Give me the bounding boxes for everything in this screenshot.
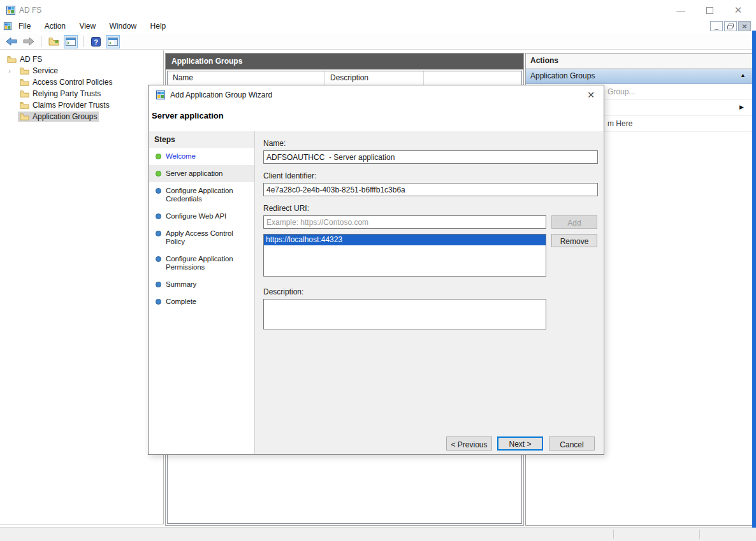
step-configure-application-credentials: Configure Application Credentials	[149, 182, 254, 208]
wizard-step-heading: Server application	[152, 111, 224, 120]
add-application-group-wizard-dialog: Add Application Group Wizard ✕ Server ap…	[148, 85, 604, 455]
client-identifier-input[interactable]	[263, 183, 598, 196]
status-bar-divider	[699, 530, 700, 539]
close-icon: ✕	[587, 90, 595, 100]
menu-view[interactable]: View	[73, 20, 101, 32]
redirect-uri-list-item-selected[interactable]: https://localhost:44323	[264, 234, 546, 245]
wizard-close-button[interactable]: ✕	[582, 88, 600, 102]
wizard-steps-panel: Steps Welcome Server application Configu…	[149, 131, 255, 454]
show-console-tree-button[interactable]	[64, 35, 78, 48]
step-done-bullet	[156, 154, 161, 159]
expand-chevron-icon[interactable]: ›	[6, 67, 13, 75]
folder-icon	[20, 67, 29, 75]
back-button[interactable]	[4, 35, 18, 48]
tree-item-application-groups[interactable]: Application Groups	[0, 111, 163, 122]
tree-item-claims-provider-trusts[interactable]: Claims Provider Trusts	[0, 99, 163, 111]
name-label: Name:	[263, 139, 286, 148]
step-done-bullet	[156, 171, 161, 177]
collapse-arrow-icon[interactable]: ▲	[740, 72, 746, 78]
console-tree-icon	[66, 38, 76, 46]
show-action-pane-button[interactable]	[106, 35, 120, 48]
adfs-app-icon	[156, 90, 166, 102]
help-button[interactable]: ?	[89, 35, 103, 48]
menu-file[interactable]: File	[13, 20, 36, 32]
status-bar	[0, 527, 756, 541]
maximize-icon	[706, 7, 713, 14]
help-icon: ?	[91, 37, 101, 47]
step-welcome[interactable]: Welcome	[149, 148, 254, 165]
folder-export-icon	[48, 37, 59, 46]
window-maximize-button[interactable]	[696, 0, 723, 20]
column-header-empty	[424, 71, 521, 85]
action-pane-icon	[108, 38, 118, 46]
menu-window[interactable]: Window	[104, 20, 143, 32]
add-button[interactable]: Add	[551, 215, 597, 229]
name-input[interactable]	[263, 150, 598, 164]
description-textarea[interactable]	[263, 299, 546, 329]
step-todo-bullet	[156, 231, 161, 236]
step-configure-web-api: Configure Web API	[149, 208, 254, 225]
step-server-application: Server application	[149, 165, 254, 182]
column-header-name[interactable]: Name	[168, 71, 325, 85]
column-header-row: Name Description	[168, 71, 521, 85]
step-complete: Complete	[149, 293, 254, 310]
step-todo-bullet	[156, 256, 161, 262]
back-arrow-icon	[6, 37, 17, 46]
folder-icon	[20, 90, 29, 97]
toolbar: ?	[0, 34, 756, 50]
tree-item-adfs-root[interactable]: AD FS	[0, 54, 163, 65]
folder-icon	[20, 101, 29, 109]
redirect-uri-listbox[interactable]: https://localhost:44323	[263, 234, 546, 277]
menu-bar: File Action View Window Help _ ✕	[0, 20, 756, 33]
mdi-minimize-button[interactable]: _	[710, 21, 723, 31]
tree-item-service[interactable]: › Service	[0, 65, 163, 76]
main-title-bar: AD FS — ✕	[0, 0, 756, 20]
toolbar-separator	[83, 36, 84, 47]
tree-item-relying-party-trusts[interactable]: Relying Party Trusts	[0, 88, 163, 99]
steps-header: Steps	[149, 131, 254, 148]
mdi-close-button[interactable]: ✕	[738, 21, 751, 31]
forward-arrow-icon	[23, 37, 34, 46]
next-button[interactable]: Next >	[497, 436, 543, 451]
cancel-button[interactable]: Cancel	[549, 436, 595, 451]
redirect-uri-input[interactable]	[263, 215, 546, 229]
folder-icon	[20, 113, 29, 120]
wizard-content-area: Name: Client Identifier: Redirect URI: A…	[255, 131, 603, 454]
wizard-title: Add Application Group Wizard	[170, 85, 272, 105]
mdi-window-controls: _ ✕	[710, 21, 751, 31]
description-label: Description:	[263, 287, 303, 296]
actions-group-header[interactable]: Application Groups ▲	[526, 69, 752, 84]
folder-icon	[20, 78, 29, 86]
mdi-restore-button[interactable]	[724, 21, 737, 31]
window-minimize-button[interactable]: —	[667, 0, 694, 20]
export-list-button[interactable]	[47, 35, 61, 48]
wizard-title-bar: Add Application Group Wizard ✕	[149, 85, 604, 105]
console-tree-panel: AD FS › Service Access Control Policies …	[0, 50, 164, 524]
submenu-arrow-icon: ▶	[739, 104, 744, 110]
actions-panel-title: Actions	[526, 54, 752, 69]
step-todo-bullet	[156, 299, 161, 305]
adfs-app-icon	[6, 5, 16, 17]
window-title: AD FS	[19, 0, 41, 20]
step-todo-bullet	[156, 282, 161, 287]
close-icon: ✕	[734, 4, 743, 16]
toolbar-separator	[41, 36, 41, 47]
folder-icon	[7, 55, 17, 63]
tree-item-access-control-policies[interactable]: Access Control Policies	[0, 76, 163, 88]
step-configure-application-permissions: Configure Application Permissions	[149, 250, 254, 276]
client-identifier-label: Client Identifier:	[263, 171, 316, 180]
step-apply-access-control-policy: Apply Access Control Policy	[149, 225, 254, 250]
list-panel-header: Application Groups	[166, 54, 523, 69]
window-close-button[interactable]: ✕	[725, 0, 752, 20]
remove-button[interactable]: Remove	[551, 234, 597, 247]
step-todo-bullet	[156, 188, 161, 194]
step-todo-bullet	[156, 213, 161, 219]
adfs-app-icon-small	[3, 22, 12, 32]
menu-help[interactable]: Help	[145, 20, 172, 32]
menu-action[interactable]: Action	[39, 20, 71, 32]
previous-button[interactable]: < Previous	[446, 436, 492, 451]
svg-text:?: ?	[94, 38, 98, 45]
forward-button[interactable]	[22, 35, 36, 48]
column-header-description[interactable]: Description	[325, 71, 424, 85]
restore-icon	[727, 24, 734, 29]
